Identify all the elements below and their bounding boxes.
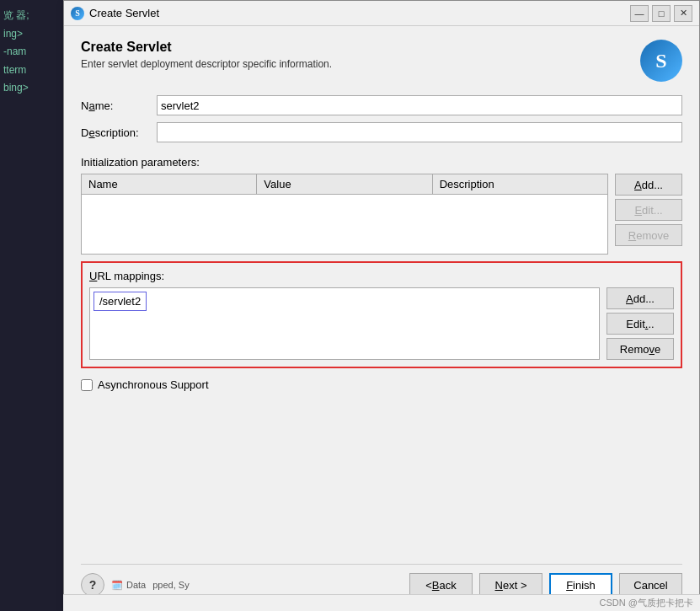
url-list-container: /servlet2 Add... Edit... Remove bbox=[89, 287, 674, 360]
help-button[interactable]: ? bbox=[81, 573, 104, 597]
init-params-edit-button[interactable]: Edit... bbox=[615, 199, 682, 221]
name-row: Name: bbox=[81, 95, 682, 115]
watermark: CSDN @气质把卡把卡 bbox=[63, 594, 700, 611]
description-row: Description: bbox=[81, 122, 682, 142]
title-bar: S Create Servlet — □ ✕ bbox=[64, 1, 699, 26]
url-list: /servlet2 bbox=[89, 287, 600, 360]
init-params-buttons: Add... Edit... Remove bbox=[615, 174, 682, 255]
dialog-footer: ? 🗓️ Data pped, Sy < Back Next > Finish … bbox=[81, 564, 682, 597]
next-button[interactable]: Next > bbox=[479, 573, 542, 597]
init-params-table: Name Value Description bbox=[81, 174, 608, 255]
description-input[interactable] bbox=[157, 122, 682, 142]
minimize-button[interactable]: — bbox=[630, 5, 649, 22]
url-edit-button[interactable]: Edit... bbox=[606, 313, 674, 335]
url-buttons: Add... Edit... Remove bbox=[606, 287, 674, 360]
maximize-button[interactable]: □ bbox=[652, 5, 671, 22]
col-description: Description bbox=[433, 174, 607, 194]
async-support-checkbox[interactable] bbox=[81, 379, 93, 391]
url-remove-button[interactable]: Remove bbox=[606, 338, 674, 360]
servlet-logo: S bbox=[640, 40, 682, 82]
table-body bbox=[82, 195, 607, 254]
col-name: Name bbox=[82, 174, 257, 194]
page-description: Enter servlet deployment descriptor spec… bbox=[81, 58, 332, 70]
header-text: Create Servlet Enter servlet deployment … bbox=[81, 40, 332, 70]
init-params-add-button[interactable]: Add... bbox=[615, 174, 682, 196]
editor-text: 览 器; ing> -nam tterm bing> bbox=[0, 0, 67, 105]
table-header: Name Value Description bbox=[82, 174, 607, 195]
status-detail: pped, Sy bbox=[152, 580, 189, 590]
status-text: Data bbox=[126, 580, 146, 590]
init-params-section: Name Value Description Add... Edit... Re… bbox=[81, 174, 682, 255]
description-label: Description: bbox=[81, 126, 157, 139]
url-mappings-label: URL mappings: bbox=[89, 270, 674, 282]
name-label-text: a bbox=[88, 99, 94, 112]
status-items: 🗓️ Data bbox=[111, 580, 146, 591]
init-params-label: Initialization parameters: bbox=[81, 156, 682, 169]
col-value: Value bbox=[257, 174, 432, 194]
url-add-button[interactable]: Add... bbox=[606, 287, 674, 309]
name-input[interactable] bbox=[157, 95, 682, 115]
dialog-header: Create Servlet Enter servlet deployment … bbox=[81, 40, 682, 82]
init-params-remove-button[interactable]: Remove bbox=[615, 224, 682, 246]
dialog-icon: S bbox=[71, 7, 84, 20]
status-icon: 🗓️ bbox=[111, 580, 123, 591]
close-button[interactable]: ✕ bbox=[674, 5, 692, 22]
dialog-title: Create Servlet bbox=[89, 7, 630, 19]
async-support-label[interactable]: Asynchronous Support bbox=[98, 378, 209, 391]
list-item[interactable]: /servlet2 bbox=[94, 292, 147, 311]
async-support-row: Asynchronous Support bbox=[81, 378, 682, 391]
window-controls: — □ ✕ bbox=[630, 5, 692, 22]
page-title: Create Servlet bbox=[81, 40, 332, 55]
cancel-button[interactable]: Cancel bbox=[619, 573, 682, 597]
url-mappings-section: URL mappings: /servlet2 Add... Edit... R… bbox=[81, 261, 682, 368]
create-servlet-dialog: S Create Servlet — □ ✕ Create Servlet En… bbox=[63, 0, 700, 611]
name-label: Name: bbox=[81, 99, 157, 112]
finish-button[interactable]: Finish bbox=[549, 573, 612, 597]
background-editor: 览 器; ing> -nam tterm bing> bbox=[0, 0, 67, 611]
back-button[interactable]: < Back bbox=[409, 573, 473, 597]
dialog-body: Create Servlet Enter servlet deployment … bbox=[64, 26, 699, 610]
